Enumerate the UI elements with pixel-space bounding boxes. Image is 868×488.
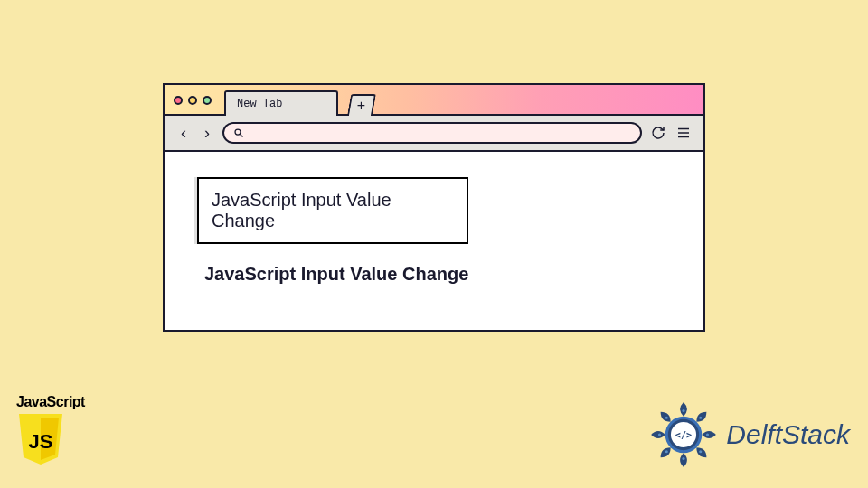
address-bar[interactable] — [222, 122, 642, 144]
svg-point-0 — [235, 129, 241, 135]
javascript-shield-icon: JS — [16, 412, 65, 466]
browser-tab[interactable]: New Tab — [224, 90, 338, 116]
browser-titlebar: New Tab + — [165, 85, 703, 116]
search-icon — [233, 127, 244, 138]
svg-point-17 — [665, 417, 668, 419]
maximize-icon[interactable] — [203, 96, 212, 105]
page-viewport: JavaScript Input Value Change JavaScript… — [165, 152, 703, 330]
reload-button[interactable] — [649, 124, 667, 142]
svg-text:</>: </> — [675, 430, 692, 440]
browser-toolbar: ‹ › — [165, 116, 703, 152]
text-input[interactable]: JavaScript Input Value Change — [197, 177, 468, 244]
svg-point-14 — [683, 457, 685, 460]
svg-point-11 — [699, 417, 702, 419]
browser-window: New Tab + ‹ › JavaScript Input Value Cha… — [163, 83, 705, 332]
plus-icon: + — [358, 98, 366, 114]
close-icon[interactable] — [174, 96, 183, 105]
back-button[interactable]: ‹ — [175, 124, 192, 143]
new-tab-button[interactable]: + — [347, 94, 376, 116]
svg-point-16 — [658, 433, 661, 436]
javascript-logo: JavaScript JS — [16, 394, 98, 470]
output-text: JavaScript Input Value Change — [204, 264, 676, 285]
svg-point-15 — [665, 450, 668, 453]
rosette-icon: </> — [648, 399, 719, 470]
forward-button[interactable]: › — [199, 124, 215, 143]
menu-button[interactable] — [675, 124, 693, 142]
svg-text:JS: JS — [29, 430, 53, 453]
svg-line-1 — [241, 135, 243, 137]
svg-point-10 — [683, 409, 685, 412]
svg-point-12 — [706, 433, 709, 436]
javascript-logo-label: JavaScript — [16, 394, 98, 410]
window-controls — [174, 96, 212, 105]
minimize-icon[interactable] — [188, 96, 197, 105]
delftstack-brand-text: DelftStack — [726, 419, 850, 450]
svg-point-13 — [699, 450, 702, 453]
delftstack-logo: </> DelftStack — [648, 399, 850, 470]
